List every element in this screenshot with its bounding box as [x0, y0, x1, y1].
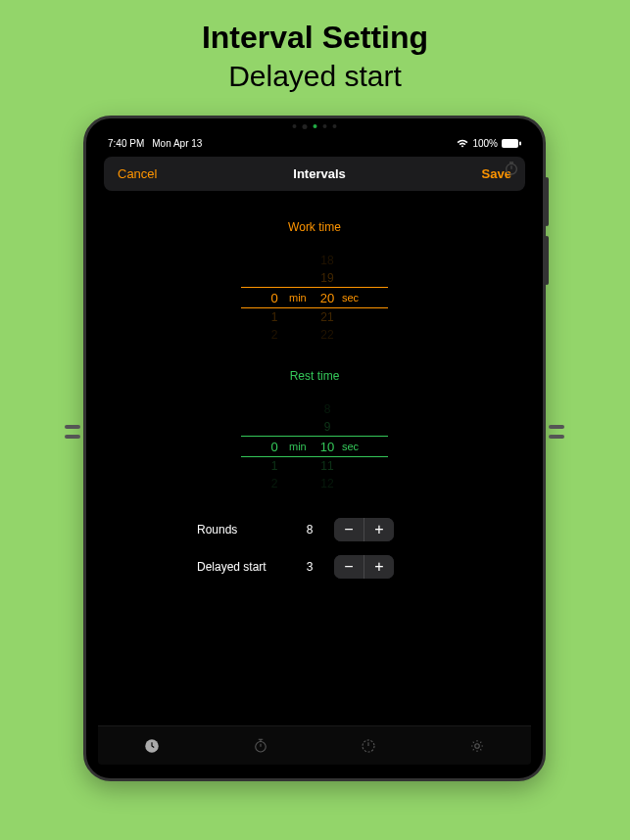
- rounds-stepper: − +: [334, 518, 394, 541]
- nav-title: Intervals: [293, 166, 345, 181]
- rounds-label: Rounds: [197, 523, 295, 537]
- headline-subtitle: Delayed start: [0, 60, 630, 93]
- delayed-plus-button[interactable]: +: [364, 555, 394, 579]
- rest-sec-value: 10: [315, 440, 340, 454]
- rest-min-value: 0: [262, 440, 287, 454]
- headline-title: Interval Setting: [0, 20, 630, 56]
- status-bar: 7:40 PM Mon Apr 13 100%: [98, 134, 531, 153]
- delayed-minus-button[interactable]: −: [334, 555, 363, 579]
- stopwatch-icon: [504, 161, 519, 180]
- svg-point-6: [475, 743, 480, 748]
- tab-bar: [98, 725, 531, 765]
- volume-up-button: [545, 177, 549, 226]
- status-time: 7:40 PM: [108, 138, 144, 149]
- battery-icon: [502, 139, 521, 148]
- tab-clock[interactable]: [140, 734, 164, 758]
- screen: 7:40 PM Mon Apr 13 100% Cancel Intervals…: [98, 134, 531, 765]
- rounds-minus-button[interactable]: −: [334, 518, 363, 541]
- volume-down-button: [545, 236, 549, 285]
- rounds-plus-button[interactable]: +: [364, 518, 394, 541]
- delayed-start-label: Delayed start: [197, 560, 295, 574]
- delayed-start-row: Delayed start 3 − +: [197, 555, 432, 579]
- delayed-start-value: 3: [295, 560, 324, 574]
- tab-settings[interactable]: [465, 734, 489, 758]
- work-time-picker[interactable]: 18 19 0 min 20 sec 121 222: [241, 252, 388, 340]
- grip-icon: [549, 422, 564, 442]
- camera-dots: [293, 124, 337, 129]
- tab-timer[interactable]: [357, 734, 380, 758]
- rounds-value: 8: [295, 523, 324, 537]
- tablet-frame: 7:40 PM Mon Apr 13 100% Cancel Intervals…: [83, 116, 546, 781]
- rest-time-picker[interactable]: 8 9 0 min 10 sec 111 212: [241, 400, 388, 489]
- work-time-label: Work time: [98, 220, 531, 234]
- rest-time-label: Rest time: [98, 369, 531, 383]
- svg-rect-1: [519, 142, 521, 146]
- grip-icon: [65, 422, 80, 442]
- nav-bar: Cancel Intervals Save: [104, 157, 525, 191]
- svg-rect-0: [502, 139, 518, 148]
- tab-stopwatch[interactable]: [249, 734, 272, 758]
- cancel-button[interactable]: Cancel: [118, 166, 157, 181]
- wifi-icon: [457, 139, 468, 148]
- rounds-row: Rounds 8 − +: [197, 518, 432, 541]
- work-sec-value: 20: [315, 291, 340, 305]
- work-min-value: 0: [262, 291, 287, 305]
- delayed-start-stepper: − +: [334, 555, 394, 579]
- status-date: Mon Apr 13: [152, 138, 202, 149]
- status-battery: 100%: [472, 138, 498, 149]
